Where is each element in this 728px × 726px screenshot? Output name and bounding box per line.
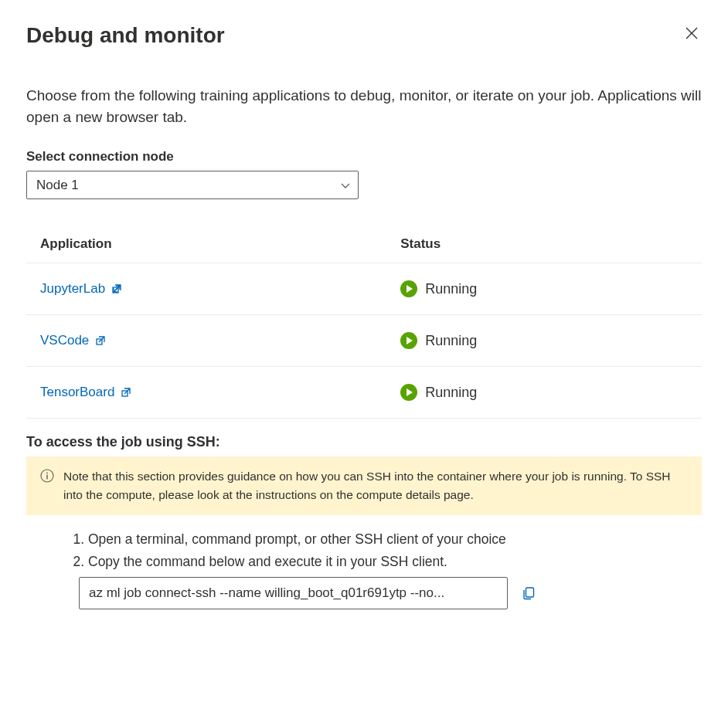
ssh-note-text: Note that this section provides guidance…	[63, 467, 688, 504]
applications-table: Application Status JupyterLab Running	[26, 226, 702, 419]
ssh-heading: To access the job using SSH:	[26, 434, 702, 450]
app-link-label: TensorBoard	[40, 385, 114, 400]
close-icon	[685, 26, 699, 40]
app-link-vscode[interactable]: VSCode	[40, 333, 106, 348]
col-header-status: Status	[386, 226, 702, 263]
connection-node-label: Select connection node	[26, 149, 702, 165]
status-text: Running	[425, 385, 477, 401]
svg-point-7	[46, 472, 48, 473]
app-link-label: JupyterLab	[40, 281, 105, 297]
app-link-label: VSCode	[40, 333, 89, 348]
running-icon	[400, 384, 417, 401]
app-link-jupyterlab[interactable]: JupyterLab	[40, 281, 122, 297]
copy-icon	[522, 586, 536, 600]
running-icon	[400, 332, 417, 349]
open-external-icon	[95, 335, 106, 346]
app-link-tensorboard[interactable]: TensorBoard	[40, 385, 131, 400]
list-item: Copy the command below and execute it in…	[88, 551, 702, 572]
table-row: TensorBoard Running	[26, 367, 702, 419]
status-text: Running	[425, 333, 477, 349]
svg-rect-9	[526, 588, 534, 597]
description-text: Choose from the following training appli…	[26, 85, 702, 127]
open-external-icon	[111, 283, 122, 294]
status-text: Running	[425, 281, 477, 297]
panel-title: Debug and monitor	[26, 23, 225, 48]
ssh-steps-list: Open a terminal, command prompt, or othe…	[88, 529, 702, 572]
connection-node-select[interactable]: Node 1	[26, 171, 359, 199]
close-button[interactable]	[682, 23, 702, 43]
col-header-application: Application	[26, 226, 386, 263]
table-row: JupyterLab Running	[26, 263, 702, 315]
list-item: Open a terminal, command prompt, or othe…	[88, 529, 702, 550]
ssh-info-bar: Note that this section provides guidance…	[26, 456, 702, 515]
copy-button[interactable]	[517, 582, 540, 605]
ssh-command-input[interactable]	[79, 577, 508, 609]
table-row: VSCode Running	[26, 315, 702, 367]
svg-rect-8	[46, 475, 47, 480]
running-icon	[400, 280, 417, 297]
info-icon	[40, 469, 54, 504]
open-external-icon	[121, 387, 131, 398]
